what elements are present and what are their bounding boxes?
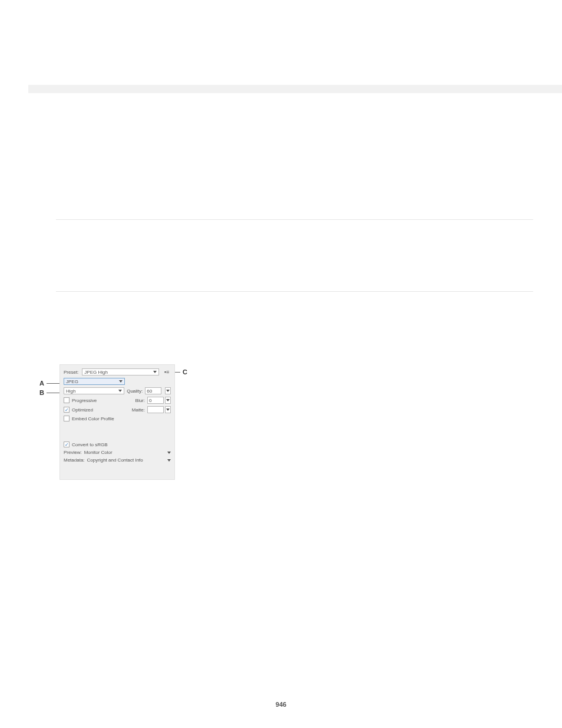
matte-label: Matte: <box>132 407 145 413</box>
convert-srgb-label: Convert to sRGB <box>72 442 107 447</box>
optimize-menu-icon[interactable]: ▪≡ <box>163 368 171 375</box>
matte-swatch[interactable] <box>147 406 164 413</box>
chevron-down-icon <box>166 399 170 401</box>
blur-slider-button[interactable] <box>165 397 171 404</box>
chevron-down-icon <box>153 371 157 373</box>
callout-a-label: A <box>39 380 44 387</box>
preset-label: Preset: <box>64 370 78 375</box>
convert-srgb-checkbox[interactable]: ✓ <box>64 442 70 447</box>
compression-quality-dropdown[interactable]: High <box>64 387 124 394</box>
callout-a: A <box>39 380 61 387</box>
chevron-down-icon <box>166 390 170 392</box>
embed-color-label: Embed Color Profile <box>72 416 114 421</box>
chevron-down-icon <box>118 390 122 392</box>
quality-preset: High <box>66 388 75 394</box>
file-format-dropdown[interactable]: JPEG <box>64 378 125 385</box>
quality-input[interactable]: 60 <box>145 387 161 394</box>
callout-c-label: C <box>183 368 187 375</box>
page-number: 946 <box>0 701 562 708</box>
optimized-label: Optimized <box>72 407 93 413</box>
callout-line <box>47 383 61 384</box>
optimized-checkbox[interactable]: ✓ <box>64 407 70 413</box>
callout-line <box>47 393 61 393</box>
progressive-label: Progressive <box>72 398 97 403</box>
blur-value: 0 <box>149 398 151 403</box>
preview-label: Preview: <box>64 450 82 455</box>
divider <box>56 291 533 292</box>
quality-label: Quality: <box>127 388 143 394</box>
chevron-down-icon <box>119 380 123 383</box>
format-value: JPEG <box>66 379 78 384</box>
callout-b: B <box>39 389 61 396</box>
quality-slider-button[interactable] <box>165 387 171 394</box>
metadata-value: Copyright and Contact Info <box>87 457 143 463</box>
preview-value: Monitor Color <box>84 450 113 455</box>
metadata-label: Metadata: <box>64 457 85 463</box>
save-for-web-panel: Preset: JPEG High ▪≡ JPEG High Quality: … <box>59 364 175 480</box>
metadata-dropdown[interactable] <box>167 459 171 462</box>
preset-dropdown[interactable]: JPEG High <box>82 368 159 375</box>
callout-b-label: B <box>39 389 44 396</box>
header-band <box>28 85 562 93</box>
blur-input[interactable]: 0 <box>147 397 164 404</box>
preset-value: JPEG High <box>84 370 108 375</box>
divider <box>56 219 533 220</box>
blur-label: Blur: <box>135 398 145 403</box>
quality-value: 60 <box>147 388 152 394</box>
chevron-down-icon <box>166 409 170 411</box>
progressive-checkbox[interactable] <box>64 397 70 403</box>
embed-color-profile-checkbox[interactable] <box>64 416 70 421</box>
matte-dropdown-button[interactable] <box>165 406 171 413</box>
preview-dropdown[interactable] <box>167 452 171 454</box>
